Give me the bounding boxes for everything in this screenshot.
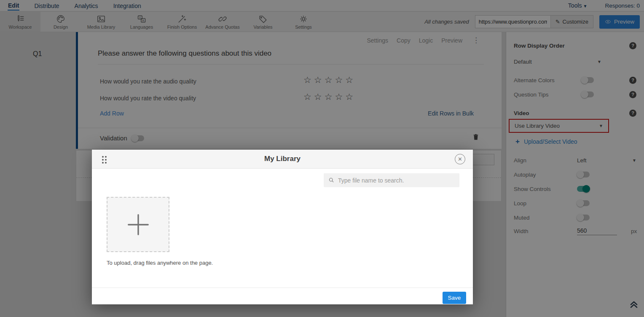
- question-actions: Settings Copy Logic Preview ⋮: [367, 36, 480, 45]
- survey-url-input[interactable]: [475, 19, 550, 25]
- validation-row: Validation: [100, 134, 144, 142]
- star-icon[interactable]: ☆: [325, 75, 335, 85]
- row-label[interactable]: How would you rate the audio quality: [100, 78, 196, 85]
- toolbar-item-design[interactable]: Design: [40, 12, 81, 32]
- tab-distribute[interactable]: Distribute: [34, 1, 59, 10]
- rating-row: How would you rate the video quality ☆☆☆…: [100, 93, 483, 103]
- help-icon[interactable]: ?: [629, 77, 636, 84]
- help-icon[interactable]: ?: [629, 110, 636, 117]
- customize-button[interactable]: ✎ Customize: [550, 16, 593, 28]
- preview-button[interactable]: Preview: [599, 15, 640, 29]
- alternate-colors-label: Alternate Colors: [514, 77, 555, 83]
- tools-menu[interactable]: Tools▼: [568, 2, 588, 9]
- star-icon[interactable]: ☆: [335, 92, 345, 102]
- star-icon[interactable]: ☆: [325, 92, 335, 102]
- star-icon[interactable]: ☆: [335, 75, 345, 85]
- align-value[interactable]: Left: [577, 157, 587, 164]
- video-section-label: Video: [514, 110, 529, 116]
- my-library-modal: My Library ✕ To upload, drag files anywh…: [92, 150, 473, 304]
- question-tips-toggle[interactable]: [581, 91, 594, 97]
- eye-icon: [605, 19, 611, 25]
- close-icon[interactable]: ✕: [455, 154, 465, 164]
- finish-options-icon: [177, 14, 187, 24]
- toolbar-item-label: Media Library: [87, 24, 115, 30]
- kebab-menu-icon[interactable]: ⋮: [472, 36, 480, 45]
- validation-toggle[interactable]: [131, 135, 144, 141]
- workspace-icon: [16, 14, 25, 24]
- toolbar-item-settings[interactable]: Settings: [283, 12, 324, 32]
- responses-count[interactable]: Responses: 0: [605, 3, 640, 9]
- video-source-dropdown-highlighted[interactable]: Use Library Video ▼: [509, 119, 609, 133]
- editor-toolbar: Workspace Design Media Library xA Langua…: [0, 12, 644, 32]
- align-label: Align: [514, 157, 526, 164]
- star-icon[interactable]: ☆: [314, 92, 325, 102]
- row-display-order-dropdown[interactable]: Default ▼: [514, 57, 636, 66]
- help-icon[interactable]: ?: [629, 42, 636, 49]
- pencil-icon: ✎: [555, 19, 560, 25]
- edit-rows-in-bulk-link[interactable]: Edit Rows in Bulk: [428, 110, 474, 117]
- survey-url-group: ✎ Customize: [475, 15, 593, 28]
- toolbar-item-finish-options[interactable]: Finish Options: [162, 12, 202, 32]
- toolbar-item-languages[interactable]: xA Languages: [121, 12, 162, 32]
- validation-label: Validation: [100, 134, 127, 142]
- row-label[interactable]: How would you rate the video quality: [100, 95, 196, 102]
- svg-text:A: A: [142, 19, 144, 21]
- advance-quotas-icon: [218, 14, 227, 24]
- add-row-link[interactable]: Add Row: [100, 110, 124, 117]
- question-settings-link[interactable]: Settings: [367, 37, 388, 44]
- search-input[interactable]: [338, 177, 455, 184]
- toolbar-item-workspace[interactable]: Workspace: [0, 12, 40, 32]
- tab-integration[interactable]: Integration: [113, 1, 142, 10]
- library-search: [324, 173, 459, 187]
- question-card: Settings Copy Logic Preview ⋮ Please ans…: [76, 32, 502, 149]
- languages-icon: xA: [137, 14, 146, 24]
- question-title[interactable]: Please answer the following questions ab…: [98, 49, 484, 64]
- question-tips-label: Question Tips: [514, 91, 549, 98]
- toolbar-item-variables[interactable]: Variables: [243, 12, 283, 32]
- loop-toggle[interactable]: [577, 200, 590, 206]
- upload-file-tile[interactable]: [107, 197, 169, 252]
- drag-handle-icon[interactable]: [102, 156, 107, 164]
- modal-header: My Library ✕: [92, 150, 473, 169]
- trash-icon[interactable]: [472, 133, 480, 143]
- question-preview-link[interactable]: Preview: [441, 37, 462, 44]
- star-icon[interactable]: ☆: [345, 92, 356, 102]
- loop-label: Loop: [514, 200, 526, 207]
- double-chevron-up-icon: [629, 299, 639, 309]
- width-input[interactable]: [577, 227, 617, 235]
- plus-icon: +: [515, 137, 520, 146]
- chevron-down-icon[interactable]: ▼: [632, 158, 636, 163]
- toolbar-item-label: Design: [54, 24, 68, 30]
- question-logic-link[interactable]: Logic: [419, 37, 433, 44]
- save-button[interactable]: Save: [443, 292, 466, 304]
- show-controls-toggle[interactable]: [577, 186, 590, 192]
- variables-icon: [258, 14, 268, 24]
- scroll-to-top-button[interactable]: [629, 299, 639, 311]
- toolbar-item-label: Workspace: [9, 24, 32, 30]
- alternate-colors-toggle[interactable]: [581, 77, 594, 83]
- show-controls-label: Show Controls: [514, 186, 551, 192]
- star-icon[interactable]: ☆: [303, 92, 314, 102]
- svg-text:x: x: [140, 16, 141, 19]
- toolbar-item-advance-quotas[interactable]: Advance Quotas: [202, 12, 243, 32]
- modal-footer-divider: [92, 287, 473, 288]
- questionpro-editor-page: Edit Distribute Analytics Integration To…: [0, 0, 644, 317]
- settings-sidebar: Row Display Order ? Default ▼ Alternate …: [506, 32, 644, 317]
- star-icon[interactable]: ☆: [345, 75, 356, 85]
- star-icon[interactable]: ☆: [314, 75, 325, 85]
- muted-toggle[interactable]: [577, 215, 590, 220]
- star-icon[interactable]: ☆: [303, 75, 314, 85]
- media-library-icon: [97, 14, 106, 24]
- toolbar-item-media-library[interactable]: Media Library: [81, 12, 121, 32]
- help-icon[interactable]: ?: [629, 91, 636, 98]
- tab-edit[interactable]: Edit: [8, 0, 19, 11]
- toolbar-item-label: Finish Options: [167, 24, 197, 30]
- tab-analytics[interactable]: Analytics: [74, 1, 99, 10]
- modal-title: My Library: [264, 155, 301, 163]
- search-icon: [328, 177, 335, 183]
- question-copy-link[interactable]: Copy: [397, 37, 411, 44]
- width-label: Width: [514, 228, 529, 234]
- upload-select-video-link[interactable]: + Upload/Select Video: [515, 137, 577, 146]
- divider: [78, 128, 502, 128]
- autoplay-toggle[interactable]: [577, 172, 590, 177]
